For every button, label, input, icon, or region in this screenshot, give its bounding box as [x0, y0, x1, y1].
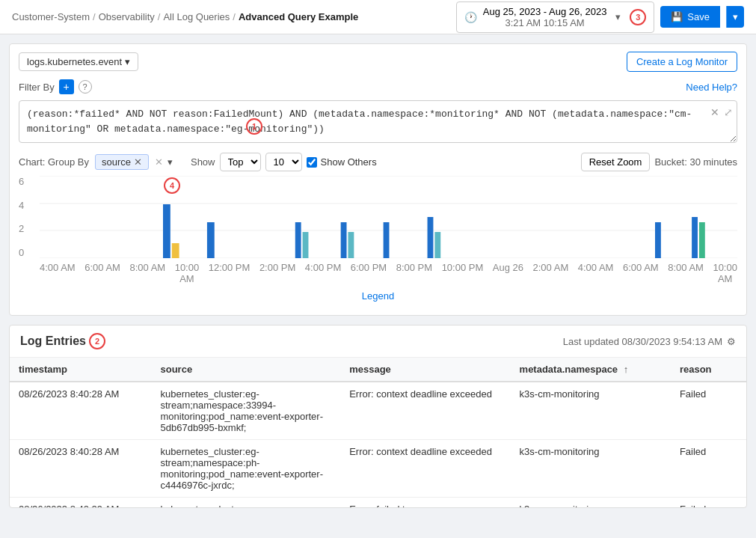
table-row: 08/26/2023 8:40:28 AM kubernetes_cluster… — [10, 382, 746, 440]
col-namespace[interactable]: metadata.namespace ↑ — [511, 358, 671, 382]
x-label-4pm: 4:00 PM — [305, 262, 341, 284]
circled-1: 1 — [246, 118, 262, 135]
need-help-link[interactable]: Need Help? — [686, 82, 737, 93]
col-reason[interactable]: reason — [671, 358, 746, 382]
col-message[interactable]: message — [340, 358, 510, 382]
x-label-8am-2: 8:00 AM — [668, 262, 704, 284]
circled-4: 4 — [164, 177, 180, 194]
x-label-6am-2: 6:00 AM — [623, 262, 659, 284]
breadcrumb-log-queries[interactable]: All Log Queries — [163, 11, 230, 22]
circled-3: 3 — [630, 9, 646, 25]
clock-icon: 🕐 — [464, 11, 477, 23]
breadcrumb-customer[interactable]: Customer-System — [12, 11, 90, 22]
last-updated-text: Last updated 08/30/2023 9:54:13 AM — [563, 336, 722, 347]
svg-rect-7 — [295, 222, 301, 258]
log-table-wrapper[interactable]: timestamp source message metadata.namesp… — [10, 358, 746, 507]
y-label-4: 4 — [19, 200, 40, 211]
y-label-2: 2 — [19, 223, 40, 234]
col-source[interactable]: source — [152, 358, 341, 382]
y-axis: 6 4 2 0 — [19, 176, 40, 258]
svg-rect-6 — [207, 222, 215, 258]
x-label-12pm: 12:00 PM — [209, 262, 251, 284]
svg-rect-8 — [303, 232, 309, 258]
table-header-row: timestamp source message metadata.namesp… — [10, 358, 746, 382]
show-option-select[interactable]: Top — [220, 153, 261, 171]
x-label-8pm: 8:00 PM — [396, 262, 432, 284]
help-icon[interactable]: ? — [79, 80, 92, 94]
show-label: Show — [191, 156, 215, 168]
x-label-2am: 2:00 AM — [533, 262, 569, 284]
header: Customer-System / Observability / All Lo… — [0, 0, 756, 34]
circled-2: 2 — [89, 333, 105, 349]
svg-rect-15 — [692, 217, 698, 258]
cell-namespace: k3s-cm-monitoring — [511, 382, 671, 440]
cell-source: kubernetes_cluster:eg- — [152, 498, 341, 508]
filter-by-label: Filter By — [19, 82, 55, 93]
date-line1: Aug 25, 2023 - Aug 26, 2023 — [483, 6, 607, 17]
dropdown-arrow-icon: ▾ — [615, 11, 621, 22]
show-others-label: Show Others — [321, 156, 377, 168]
save-button[interactable]: 💾 Save — [660, 6, 720, 28]
filter-row: Filter By + ? Need Help? — [19, 79, 737, 94]
chart-svg — [40, 176, 737, 258]
chart-group-by-label: Chart: Group By — [19, 156, 89, 168]
header-right: 🕐 Aug 25, 2023 - Aug 26, 2023 3:21 AM 10… — [456, 1, 744, 33]
svg-rect-9 — [341, 222, 347, 258]
date-range-button[interactable]: 🕐 Aug 25, 2023 - Aug 26, 2023 3:21 AM 10… — [456, 1, 655, 33]
svg-rect-13 — [434, 232, 440, 258]
cell-source: kubernetes_cluster:eg-stream;namespace:3… — [152, 382, 341, 440]
x-label-6pm: 6:00 PM — [351, 262, 387, 284]
x-label-aug26: Aug 26 — [493, 262, 523, 284]
source-selector[interactable]: logs.kubernetes.event ▾ — [19, 52, 138, 71]
main-content: logs.kubernetes.event ▾ Create a Log Mon… — [0, 34, 756, 508]
add-filter-button[interactable]: + — [59, 79, 74, 94]
tag-dropdown-icon[interactable]: ▾ — [168, 156, 173, 168]
log-updated: Last updated 08/30/2023 9:54:13 AM ⚙ — [563, 336, 736, 347]
legend-link[interactable]: Legend — [362, 290, 394, 302]
save-dropdown-button[interactable]: ▾ — [726, 6, 744, 28]
svg-rect-4 — [163, 204, 170, 258]
save-label: Save — [687, 11, 710, 22]
col-timestamp[interactable]: timestamp — [10, 358, 152, 382]
y-label-6: 6 — [19, 176, 40, 187]
create-monitor-button[interactable]: Create a Log Monitor — [627, 52, 737, 72]
tag-clear-button[interactable]: ✕ — [155, 156, 163, 168]
show-others-checkbox[interactable]: Show Others — [307, 156, 377, 168]
settings-icon[interactable]: ⚙ — [727, 336, 736, 347]
x-label-2pm: 2:00 PM — [259, 262, 295, 284]
svg-rect-16 — [699, 222, 705, 258]
cell-namespace: k3s-cm-monitoring — [511, 498, 671, 508]
show-count-select[interactable]: 10 — [265, 153, 302, 171]
chart-inner: 4:00 AM 6:00 AM 8:00 AM 10:00AM 12:00 PM… — [40, 176, 737, 284]
chart-controls: Chart: Group By source ✕ ✕ ▾ Show Top 10… — [19, 153, 737, 171]
x-axis: 4:00 AM 6:00 AM 8:00 AM 10:00AM 12:00 PM… — [40, 262, 737, 284]
log-entries-header: Log Entries 2 Last updated 08/30/2023 9:… — [10, 325, 746, 358]
breadcrumb-current: Advanced Query Example — [239, 11, 358, 22]
query-container: (reason:*failed* AND NOT reason:FailedMo… — [19, 100, 737, 145]
date-line2: 3:21 AM 10:15 AM — [483, 17, 607, 28]
source-name: logs.kubernetes.event — [27, 56, 122, 67]
show-others-input[interactable] — [307, 157, 317, 168]
source-tag-label: source — [102, 156, 131, 168]
log-entries-section: Log Entries 2 Last updated 08/30/2023 9:… — [9, 325, 747, 508]
sort-icon: ↑ — [624, 364, 629, 375]
cell-message: Error: context deadline exceeded — [340, 440, 510, 498]
source-tag-remove[interactable]: ✕ — [134, 156, 142, 168]
breadcrumb-observability[interactable]: Observability — [99, 11, 155, 22]
query-panel: logs.kubernetes.event ▾ Create a Log Mon… — [9, 43, 747, 316]
log-entries-title: Log Entries — [20, 334, 86, 348]
breadcrumb: Customer-System / Observability / All Lo… — [12, 11, 358, 22]
query-input[interactable]: (reason:*failed* AND NOT reason:FailedMo… — [19, 100, 737, 143]
bucket-label: Bucket: 30 minutes — [654, 156, 737, 168]
table-row: 08/26/2023 8:40:28 AM kubernetes_cluster… — [10, 440, 746, 498]
cell-timestamp: 08/26/2023 8:40:29 AM — [10, 498, 152, 508]
x-label-6am: 6:00 AM — [84, 262, 120, 284]
cell-source: kubernetes_cluster:eg-stream;namespace:p… — [152, 440, 341, 498]
y-label-0: 0 — [19, 247, 40, 258]
svg-rect-14 — [655, 222, 661, 258]
svg-rect-5 — [172, 243, 179, 258]
save-icon: 💾 — [671, 11, 683, 22]
query-resize-icon: ⤢ — [724, 106, 733, 118]
query-clear-icon[interactable]: ✕ — [710, 106, 719, 118]
reset-zoom-button[interactable]: Reset Zoom — [581, 153, 651, 171]
